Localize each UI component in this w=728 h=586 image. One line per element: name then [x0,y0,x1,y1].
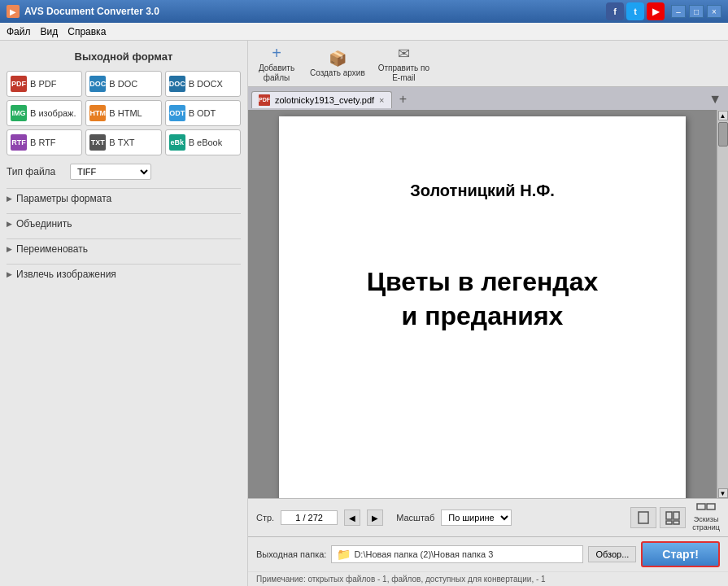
format-params-section: ▶ Параметры формата [7,188,241,208]
merge-header[interactable]: ▶ Объединить [7,218,241,230]
app-icon: ▶ [7,5,20,18]
menu-bar: Файл Вид Справка [0,23,728,41]
add-files-label: Добавитьфайлы [259,63,294,83]
scroll-thumb[interactable] [718,122,728,146]
docx-icon: DOC [169,76,185,92]
twitter-icon[interactable]: t [626,2,644,20]
zoom-label: Масштаб [396,513,434,523]
tab-close-button[interactable]: × [379,95,384,105]
format-txt-button[interactable]: TXT В TXT [85,129,161,155]
expand-arrow-3: ▶ [7,245,12,253]
left-panel: Выходной формат PDF В PDF DOC В DOC DOC … [0,41,248,586]
doc-page: Золотницкий Н.Ф. Цветы в легендах и пред… [279,116,686,498]
svg-rect-4 [674,521,679,524]
tab-add-button[interactable]: + [395,91,412,107]
format-ebook-button[interactable]: eBk В eBook [165,129,241,155]
menu-file[interactable]: Файл [7,26,31,37]
toolbar: + Добавитьфайлы 📦 Создать архив ✉ Отправ… [248,41,728,87]
format-rtf-button[interactable]: RTF В RTF [7,129,82,155]
format-doc-label: В DOC [109,79,137,89]
social-icons: f t ▶ [606,2,665,20]
menu-help[interactable]: Справка [68,26,106,37]
format-img-button[interactable]: IMG В изображ. [7,100,82,126]
img-icon: IMG [11,105,27,121]
svg-rect-3 [666,521,672,524]
archive-icon: 📦 [329,50,347,68]
format-odt-label: В ODT [189,108,216,118]
page-label: Стр. [256,513,274,523]
facebook-icon[interactable]: f [606,2,624,20]
window-controls[interactable]: – □ × [671,5,721,18]
format-odt-button[interactable]: ODT В ODT [165,100,241,126]
doc-icon: DOC [89,76,106,92]
close-button[interactable]: × [707,5,721,18]
filetype-row: Тип файла TIFF JPEG PNG BMP [7,160,241,183]
menu-view[interactable]: Вид [41,26,59,37]
svg-rect-1 [666,512,672,519]
send-email-button[interactable]: ✉ Отправить поE-mail [378,45,429,83]
html-icon: HTM [89,105,106,121]
add-files-button[interactable]: + Добавитьфайлы [256,44,297,83]
doc-title-line1: Цветы в легендах [367,267,599,296]
single-page-view-button[interactable] [630,507,656,528]
folder-icon: 📁 [337,548,351,561]
tab-bar: PDF zolotnicky1913_cvety.pdf × + ▼ [248,87,728,110]
format-params-header[interactable]: ▶ Параметры формата [7,193,241,204]
merge-section: ▶ Объединить [7,213,241,234]
format-rtf-label: В RTF [30,138,56,147]
doc-area: Золотницкий Н.Ф. Цветы в легендах и пред… [248,110,728,498]
doc-title-line2: и преданиях [402,301,564,330]
svg-rect-5 [697,504,705,509]
format-html-label: В HTML [109,108,142,118]
format-doc-button[interactable]: DOC В DOC [85,71,161,97]
email-icon: ✉ [398,45,410,63]
tab-dropdown-button[interactable]: ▼ [708,92,721,107]
next-page-button[interactable]: ▶ [367,509,383,526]
format-params-label: Параметры формата [16,193,111,204]
prev-page-button[interactable]: ◀ [344,509,360,526]
rename-section: ▶ Переименовать [7,238,241,259]
svg-rect-0 [639,512,648,523]
format-img-label: В изображ. [30,108,76,118]
title-bar-left: ▶ AVS Document Converter 3.0 [7,5,159,18]
start-button[interactable]: Старт! [641,541,720,567]
page-input[interactable] [281,510,338,525]
pagination-bar: Стр. ◀ ▶ Масштаб По ширине 50% 75% 100% … [248,498,728,536]
output-row: Выходная папка: 📁 D:\Новая папка (2)\Нов… [248,536,728,571]
svg-rect-6 [707,504,715,509]
format-pdf-button[interactable]: PDF В PDF [7,71,82,97]
browse-button[interactable]: Обзор... [588,546,636,562]
document-tab[interactable]: PDF zolotnicky1913_cvety.pdf × [251,91,392,108]
format-ebook-label: В eBook [189,138,223,147]
pdf-icon: PDF [11,76,27,92]
thumbnails-label: Эскизыстраниц [692,516,720,532]
thumbnails-button[interactable]: Эскизыстраниц [692,503,720,532]
svg-rect-2 [674,512,679,519]
expand-arrow-4: ▶ [7,270,12,278]
extract-header[interactable]: ▶ Извлечь изображения [7,269,241,280]
format-docx-label: В DOCX [189,79,223,89]
format-docx-button[interactable]: DOC В DOCX [165,71,241,97]
archive-label: Создать архив [310,68,365,78]
doc-scrollbar[interactable]: ▲ ▼ [717,110,728,498]
create-archive-button[interactable]: 📦 Создать архив [310,50,365,78]
doc-scroll-area[interactable]: Золотницкий Н.Ф. Цветы в легендах и пред… [248,110,717,498]
doc-title: Цветы в легендах и преданиях [367,265,599,333]
minimize-button[interactable]: – [671,5,686,18]
rename-header[interactable]: ▶ Переименовать [7,243,241,255]
scroll-up-button[interactable]: ▲ [718,111,728,120]
multi-page-view-button[interactable] [660,507,686,528]
format-html-button[interactable]: HTM В HTML [85,100,161,126]
output-path-text: D:\Новая папка (2)\Новая папка 3 [354,549,493,559]
filetype-label: Тип файла [7,166,63,177]
ebook-icon: eBk [169,134,185,151]
format-txt-label: В TXT [109,138,134,147]
scroll-down-button[interactable]: ▼ [718,488,728,498]
output-label: Выходная папка: [256,549,326,559]
multi-page-icon [665,510,680,525]
zoom-select[interactable]: По ширине 50% 75% 100% 125% 150% [441,509,512,526]
filetype-select[interactable]: TIFF JPEG PNG BMP [70,164,151,180]
merge-label: Объединить [16,218,72,230]
maximize-button[interactable]: □ [689,5,704,18]
youtube-icon[interactable]: ▶ [647,2,665,20]
